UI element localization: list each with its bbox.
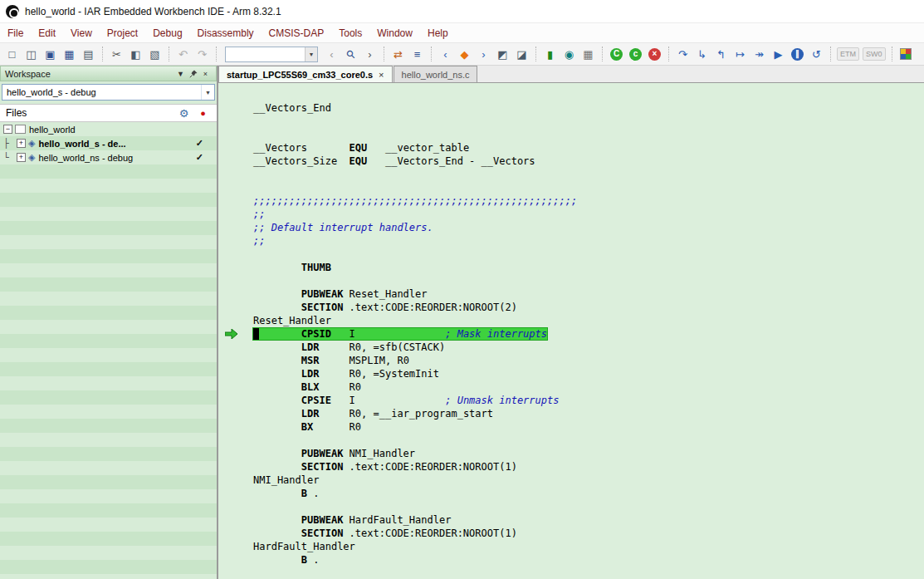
code-line[interactable] [253, 88, 924, 101]
redo-icon[interactable]: ↷ [193, 46, 211, 63]
menu-item-cmsis-dap[interactable]: CMSIS-DAP [262, 24, 332, 42]
make-icon[interactable]: ◉ [560, 46, 578, 63]
code-line[interactable] [253, 181, 924, 194]
code-line[interactable]: __Vectors EQU __vector_table [253, 141, 924, 155]
code-line[interactable]: PUBWEAK NMI_Handler [253, 447, 924, 460]
code-line[interactable]: NMI_Handler [253, 474, 924, 487]
code-line[interactable]: HardFault_Handler [253, 540, 924, 553]
expand-icon[interactable]: + [17, 153, 26, 162]
chevron-down-icon[interactable]: ▼ [305, 47, 317, 61]
code-line[interactable]: __Vectors_Size EQU __Vectors_End - __Vec… [253, 155, 924, 168]
toggle-breakpoint-icon[interactable]: ◆ [456, 46, 473, 63]
menu-item-debug[interactable]: Debug [145, 24, 189, 42]
code-line[interactable]: LDR R0, =SystemInit [253, 367, 924, 380]
code-line[interactable] [253, 248, 924, 261]
code-line[interactable]: LDR R0, =sfb(CSTACK) [253, 341, 924, 354]
menu-item-disassembly[interactable]: Disassembly [190, 24, 262, 42]
code-line[interactable]: B . [253, 553, 924, 567]
code-line[interactable]: __Vectors_End [253, 101, 924, 115]
code-line[interactable]: CPSIE I ; Unmask interrupts [253, 394, 924, 407]
menu-item-help[interactable]: Help [420, 24, 456, 42]
code-line[interactable]: ;; Default interrupt handlers. [253, 221, 924, 234]
cut-icon[interactable]: ✂ [108, 46, 125, 63]
print-icon[interactable]: ▤ [80, 46, 97, 63]
code-line[interactable]: LDR R0, =__iar_program_start [253, 407, 924, 420]
code-line[interactable] [253, 168, 924, 181]
reset-icon[interactable]: C [608, 46, 625, 63]
code-line[interactable]: BLX R0 [253, 380, 924, 394]
code-line[interactable]: ;; [253, 234, 924, 248]
menu-item-window[interactable]: Window [369, 24, 420, 42]
code-line[interactable]: PUBWEAK HardFault_Handler [253, 513, 924, 527]
collapse-icon[interactable]: − [3, 125, 12, 134]
nav-forward-icon[interactable]: › [361, 46, 379, 63]
menu-item-view[interactable]: View [63, 24, 100, 42]
code-line[interactable]: MSR MSPLIM, R0 [253, 354, 924, 367]
new-document-icon[interactable]: □ [3, 46, 21, 63]
stop-debugging-icon[interactable]: × [646, 46, 663, 63]
menu-item-edit[interactable]: Edit [31, 24, 63, 42]
color-grid-icon[interactable] [897, 46, 915, 63]
chevron-down-icon[interactable]: ▼ [201, 85, 214, 100]
swo-button[interactable]: SW0 [863, 47, 886, 61]
code-line[interactable]: PUBWEAK Reset_Handler [253, 287, 924, 301]
run-to-main-icon[interactable]: c [627, 46, 644, 63]
etm-button[interactable]: ETM [837, 47, 859, 61]
find-combo[interactable]: ▼ [225, 47, 318, 62]
menu-item-file[interactable]: File [0, 24, 31, 42]
close-icon[interactable]: × [379, 70, 384, 80]
editor[interactable]: __Vectors_End__Vectors EQU __vector_tabl… [218, 83, 924, 579]
code-line[interactable] [253, 115, 924, 128]
step-over-icon[interactable]: ↷ [674, 46, 692, 63]
expand-icon[interactable]: + [17, 139, 26, 148]
code-line[interactable]: BX R0 [253, 420, 924, 434]
close-icon[interactable]: × [199, 67, 212, 80]
go-icon[interactable]: ▶ [770, 46, 787, 63]
goto-icon[interactable]: ≡ [408, 46, 426, 63]
menu-item-tools[interactable]: Tools [331, 24, 369, 42]
download-flash-icon[interactable]: ▮ [541, 46, 559, 63]
next-bookmark-icon[interactable]: › [475, 46, 492, 63]
code-line[interactable] [253, 128, 924, 141]
editor-tab-1[interactable]: hello_world_ns.c [394, 66, 478, 82]
code-line[interactable]: B . [253, 487, 924, 500]
next-statement-icon[interactable]: ↦ [731, 46, 749, 63]
open-document-icon[interactable]: ◫ [22, 46, 40, 63]
gear-icon[interactable]: ⚙ [179, 107, 189, 120]
copy-icon[interactable]: ◧ [127, 46, 144, 63]
step-out-icon[interactable]: ↰ [712, 46, 730, 63]
code-line[interactable]: SECTION .text:CODE:REORDER:NOROOT(1) [253, 527, 924, 540]
step-into-icon[interactable]: ↳ [693, 46, 711, 63]
dock-menu-icon[interactable]: ▼ [174, 67, 187, 80]
run-to-cursor-icon[interactable]: ↠ [750, 46, 768, 63]
config-dropdown[interactable]: hello_world_s - debug ▼ [2, 84, 215, 101]
paste-icon[interactable]: ▧ [146, 46, 164, 63]
tree-item-root[interactable]: − hello_world [0, 122, 217, 136]
code-line[interactable]: ;;;;;;;;;;;;;;;;;;;;;;;;;;;;;;;;;;;;;;;;… [253, 194, 924, 208]
reset-debug-icon[interactable]: ↺ [808, 46, 825, 63]
code-area[interactable]: __Vectors_End__Vectors EQU __vector_tabl… [218, 83, 924, 579]
undo-icon[interactable]: ↶ [174, 46, 192, 63]
menu-item-project[interactable]: Project [100, 24, 145, 42]
incremental-search-icon[interactable]: ⇄ [389, 46, 407, 63]
code-line[interactable] [253, 434, 924, 447]
code-line[interactable]: ;; [253, 208, 924, 221]
find-icon[interactable]: ⚲ [339, 42, 364, 66]
code-line[interactable]: SECTION .text:CODE:REORDER:NOROOT(2) [253, 301, 924, 314]
pin-icon[interactable] [187, 67, 199, 80]
save-all-icon[interactable]: ▦ [61, 46, 78, 63]
code-line[interactable]: CPSID I ; Mask interrupts [253, 327, 924, 341]
code-line[interactable]: THUMB [253, 261, 924, 274]
next-function-icon[interactable]: ◪ [513, 46, 530, 63]
nav-back-icon[interactable]: ‹ [323, 46, 340, 63]
code-line[interactable]: Reset_Handler [253, 314, 924, 327]
prev-function-icon[interactable]: ◩ [494, 46, 511, 63]
code-line[interactable]: SECTION .text:CODE:REORDER:NOROOT(1) [253, 460, 924, 474]
break-icon[interactable]: ∥ [789, 46, 806, 63]
code-line[interactable] [253, 500, 924, 513]
editor-tab-0[interactable]: startup_LPC55S69_cm33_core0.s× [218, 66, 393, 82]
tree-item-1[interactable]: └+◈hello_world_ns - debug✓ [0, 150, 217, 164]
tree-item-0[interactable]: ├+◈hello_world_s - de...✓ [0, 136, 217, 150]
save-icon[interactable]: ▣ [42, 46, 59, 63]
code-line[interactable] [253, 274, 924, 287]
